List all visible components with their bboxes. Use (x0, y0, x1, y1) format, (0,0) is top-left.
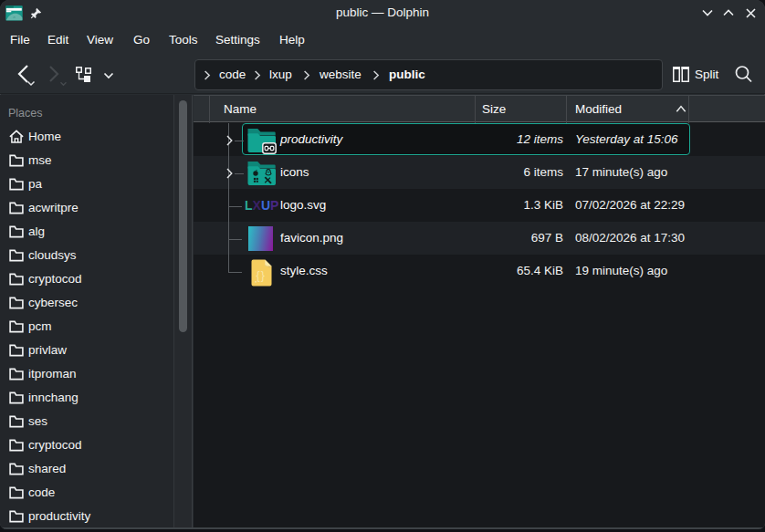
svg-text:{ }: { } (256, 269, 264, 282)
